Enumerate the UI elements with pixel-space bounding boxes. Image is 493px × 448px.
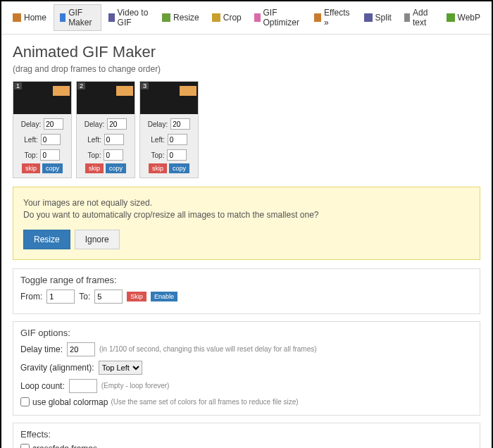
- left-label: Left:: [151, 136, 164, 144]
- nav-icon: [13, 13, 21, 22]
- effects-section: Effects: crossfade frames don't stack fr…: [13, 423, 480, 448]
- frame-left-input[interactable]: [168, 134, 187, 145]
- ignore-button[interactable]: Ignore: [75, 230, 120, 249]
- nav-label: Add text: [413, 8, 434, 27]
- gravity-label: Gravity (alignment):: [20, 363, 94, 373]
- resize-alert: Your images are not equally sized. Do yo…: [13, 187, 480, 260]
- top-nav: HomeGIF MakerVideo to GIFResizeCropGIF O…: [1, 1, 492, 35]
- delay-label: Delay:: [21, 120, 41, 128]
- top-label: Top:: [151, 151, 165, 159]
- to-label: To:: [79, 292, 90, 301]
- nav-label: Split: [375, 13, 392, 23]
- frame-delay-input[interactable]: [107, 118, 127, 130]
- frame-card[interactable]: 2Delay:Left:Top:skipcopy: [76, 81, 135, 178]
- to-input[interactable]: [94, 290, 123, 304]
- nav-item-home[interactable]: Home: [7, 4, 52, 31]
- thumb-decoration: [116, 86, 133, 96]
- frame-number: 2: [77, 82, 85, 89]
- frame-thumbnail[interactable]: 3: [140, 82, 198, 114]
- frame-delay-input[interactable]: [170, 118, 190, 130]
- nav-icon: [108, 13, 114, 22]
- nav-label: Home: [24, 13, 46, 23]
- frames-row: 1Delay:Left:Top:skipcopy2Delay:Left:Top:…: [13, 81, 480, 178]
- delay-label: Delay time:: [20, 344, 63, 354]
- nav-icon: [60, 13, 65, 22]
- loop-hint: (Empty - loop forever): [101, 382, 170, 390]
- nav-item-add-text[interactable]: Add text: [399, 4, 439, 31]
- toggle-title: Toggle range of frames:: [20, 275, 473, 285]
- colormap-checkbox[interactable]: [20, 397, 30, 406]
- nav-item-gif-optimizer[interactable]: GIF Optimizer: [249, 4, 307, 31]
- nav-icon: [212, 13, 220, 22]
- nav-icon: [364, 13, 373, 22]
- nav-icon: [447, 13, 455, 22]
- nav-item-crop[interactable]: Crop: [206, 4, 247, 31]
- frame-left-input[interactable]: [41, 134, 61, 145]
- toggle-section: Toggle range of frames: From: To: Skip E…: [13, 268, 480, 314]
- from-input[interactable]: [46, 290, 75, 304]
- nav-icon: [314, 13, 321, 22]
- main-content: Animated GIF Maker (drag and drop frames…: [1, 35, 492, 448]
- left-label: Left:: [24, 136, 37, 144]
- frame-left-input[interactable]: [104, 134, 124, 145]
- delay-hint: (in 1/100 of second, changing this value…: [99, 345, 317, 353]
- resize-button[interactable]: Resize: [23, 230, 70, 249]
- nav-label: GIF Optimizer: [263, 8, 302, 27]
- nav-label: GIF Maker: [68, 8, 95, 27]
- nav-icon: [254, 13, 261, 22]
- nav-item-resize[interactable]: Resize: [156, 4, 205, 31]
- nav-item-effects-[interactable]: Effects »: [308, 4, 356, 31]
- loop-label: Loop count:: [20, 381, 65, 391]
- page-subtitle: (drag and drop frames to change order): [13, 64, 480, 74]
- crossfade-checkbox[interactable]: [20, 444, 30, 448]
- crossfade-label: crossfade frames: [32, 444, 97, 448]
- colormap-label: use global colormap: [32, 397, 108, 407]
- nav-label: Effects »: [324, 8, 351, 27]
- page-title: Animated GIF Maker: [13, 43, 480, 61]
- effects-title: Effects:: [20, 429, 473, 440]
- nav-icon: [162, 13, 170, 22]
- nav-label: Resize: [173, 13, 199, 23]
- delay-input[interactable]: [67, 342, 95, 356]
- frame-thumbnail[interactable]: 1: [13, 82, 71, 114]
- nav-label: WebP: [458, 13, 480, 23]
- frame-skip-button[interactable]: skip: [22, 163, 40, 173]
- frame-skip-button[interactable]: skip: [149, 163, 167, 173]
- gif-options-section: GIF options: Delay time: (in 1/100 of se…: [13, 321, 480, 416]
- delay-label: Delay:: [148, 120, 168, 128]
- toggle-skip-button[interactable]: Skip: [127, 292, 146, 301]
- frame-delay-input[interactable]: [44, 118, 63, 130]
- top-label: Top:: [25, 151, 38, 159]
- toggle-enable-button[interactable]: Enable: [151, 292, 177, 301]
- frame-card[interactable]: 1Delay:Left:Top:skipcopy: [13, 81, 72, 178]
- frame-top-input[interactable]: [104, 149, 123, 161]
- top-label: Top:: [88, 151, 101, 159]
- gravity-select[interactable]: Top Left: [99, 361, 142, 375]
- alert-line1: Your images are not equally sized.: [23, 197, 470, 209]
- nav-item-gif-maker[interactable]: GIF Maker: [54, 4, 101, 31]
- frame-top-input[interactable]: [40, 149, 60, 161]
- colormap-hint: (Use the same set of colors for all fram…: [111, 398, 298, 406]
- thumb-decoration: [180, 86, 196, 96]
- frame-copy-button[interactable]: copy: [42, 163, 63, 173]
- frame-number: 1: [14, 82, 22, 89]
- frame-thumbnail[interactable]: 2: [77, 82, 135, 114]
- frame-copy-button[interactable]: copy: [106, 163, 126, 173]
- nav-item-webp[interactable]: WebP: [441, 4, 486, 31]
- nav-label: Crop: [223, 13, 242, 23]
- thumb-decoration: [53, 86, 70, 96]
- nav-icon: [404, 13, 410, 22]
- frame-skip-button[interactable]: skip: [85, 163, 104, 173]
- loop-input[interactable]: [69, 379, 97, 393]
- nav-item-video-to-gif[interactable]: Video to GIF: [103, 4, 155, 31]
- from-label: From:: [20, 292, 42, 301]
- left-label: Left:: [87, 136, 101, 144]
- nav-item-split[interactable]: Split: [358, 4, 397, 31]
- frame-card[interactable]: 3Delay:Left:Top:skipcopy: [139, 81, 199, 178]
- frame-top-input[interactable]: [167, 149, 187, 161]
- alert-line2: Do you want to automatically crop/resize…: [23, 209, 470, 221]
- delay-label: Delay:: [85, 120, 104, 128]
- frame-number: 3: [141, 82, 149, 89]
- gif-options-title: GIF options:: [20, 328, 473, 338]
- frame-copy-button[interactable]: copy: [169, 163, 189, 173]
